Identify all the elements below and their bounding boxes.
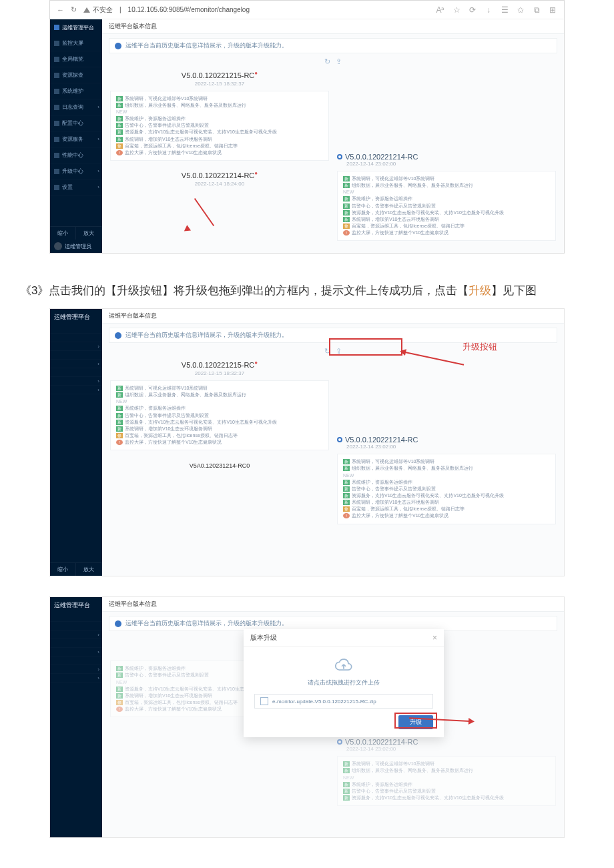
star-icon[interactable]: ☆ [452,5,461,15]
menu-icon [54,169,59,174]
zoom-out-button[interactable]: 缩小 [50,227,76,240]
bottom-version: V5A0.120231214-RC0 [110,462,329,469]
menu-icon [54,153,59,158]
sidebar-item-label: 全局概览 [62,55,83,63]
changelog-main: 运维平台版本信息 运维平台当前历史版本信息详情展示，升级的版本升级能力。 新系统… [102,597,564,837]
menu-icon [54,185,59,190]
sidebar-item[interactable] [50,674,102,683]
version-card: 新系统调研，可视化运维部等V10系统调研 新组织数据，展示业务服务、网络服务、服… [337,454,556,524]
sidebar: 运维管理平台 [50,597,102,837]
upload-upgrade-icon[interactable]: ⇪ [336,57,342,66]
sidebar-item[interactable] [50,665,102,674]
sidebar-item-perf[interactable]: 性能中心 [50,147,102,163]
version-title-right: V5.0.0.120221214-RC [337,153,556,161]
annotation-label: 升级按钮 [463,341,497,353]
insecure-badge: 不安全 [83,5,113,15]
upload-hint[interactable]: 请点击或拖拽进行文件上传 [254,679,433,687]
version-card: 新系统调研，可视化运维部等V10系统调研 新组织数据，展示业务服务、网络服务、服… [337,171,556,241]
step-number: 《3》 [20,284,49,297]
sidebar: 运维管理平台 缩小放大 [50,309,102,576]
sync-icon[interactable]: ⟳ [468,5,477,15]
menu-icon [54,89,59,94]
zoom-out-button[interactable]: 缩小 [50,563,76,576]
sidebar-item[interactable] [50,657,102,665]
instruction-paragraph: 《3》点击我们的【升级按钮】将升级包拖到弹出的方框内，提示文件上传成功后，点击【… [20,280,594,302]
sidebar-item[interactable] [50,630,102,639]
sidebar-item[interactable] [50,334,102,342]
sidebar: 运维管理平台 监控大屏 全局概览 资源探查 系统维护 日志查询 配置中心 资源服… [50,19,102,253]
sidebar-item-dashboard[interactable]: 监控大屏 [50,35,102,51]
sidebar-item[interactable] [50,368,102,377]
sidebar-item[interactable] [50,360,102,368]
tag-new: 新 [116,103,123,108]
reload-icon[interactable]: ↻ [71,5,77,14]
sidebar-item-upgrade[interactable]: 升级中心 [50,163,102,179]
changelog-main: 运维平台版本信息 运维平台当前历史版本信息详情展示，升级的版本升级能力。 ↻ ⇪… [102,19,564,253]
version-date: 2022-12-14 18:24:00 [110,181,329,187]
sidebar-item[interactable] [50,351,102,360]
tag-new: 新 [116,123,123,128]
menu-icon [54,41,59,46]
sidebar-item[interactable] [50,342,102,351]
version-date: 2022-12-14 23:02:00 [337,161,556,167]
version-date: 2022-12-15 18:32:37 [110,81,329,87]
user-name: 运维管理员 [65,243,91,250]
sidebar-item[interactable] [50,622,102,630]
info-banner: 运维平台当前历史版本信息详情展示，升级的版本升级能力。 [109,38,557,53]
product-name: 运维管理平台 [54,313,90,322]
collections-icon[interactable]: ⧉ [532,5,541,15]
product-logo-icon [54,25,59,30]
back-icon[interactable]: ← [57,6,64,14]
tag-new: 新 [116,129,123,135]
tag-warn-icon: ! [116,150,123,155]
upload-upgrade-icon[interactable]: ⇪ [336,347,342,356]
sidebar-item-maint[interactable]: 系统维护 [50,83,102,99]
url-text[interactable]: 10.12.105.60:9085/#/emonitor/changelog [128,6,250,13]
sidebar-user[interactable]: 运维管理员 [50,240,102,253]
product-name: 运维管理平台 [62,24,94,31]
close-icon[interactable]: × [432,633,437,642]
screenshot-annotated: 运维管理平台 缩小放大 运维平台版本信息 运维平台当前历史版本信息详情展示，升级… [49,308,565,576]
menu-icon [54,73,59,78]
tag-new: 新 [116,116,123,121]
sidebar-item-label: 监控大屏 [62,39,83,47]
apps-icon[interactable]: ⊞ [548,5,557,15]
page-title: 运维平台版本信息 [102,597,564,612]
page-title: 运维平台版本信息 [102,19,564,34]
sidebar-item-label: 配置中心 [62,119,83,127]
sidebar-item[interactable] [50,613,102,622]
zoom-in-button[interactable]: 放大 [76,227,102,240]
selected-file[interactable]: e-monitor-update-V5.0.0.120221215-RC.zip [254,694,433,709]
sidebar-item-settings[interactable]: 设置 [50,179,102,195]
sidebar-item-label: 资源服务 [62,135,83,143]
refresh-icon[interactable]: ↻ [324,57,330,66]
cloud-upload-icon [334,656,353,675]
sidebar-zoom: 缩小 放大 [50,226,102,240]
sidebar-item-probe[interactable]: 资源探查 [50,67,102,83]
sidebar-item[interactable] [50,377,102,386]
download-icon[interactable]: ↓ [484,5,493,15]
sidebar-item[interactable] [50,648,102,657]
version-card: 新系统调研，可视化运维部等V10系统调研 新组织数据，展示业务服务、网络服务、服… [337,756,556,806]
sidebar-item[interactable] [50,386,102,394]
upgrade-modal: 版本升级 × 请点击或拖拽进行文件上传 e-monitor-update- [244,629,444,737]
sidebar-item-resource[interactable]: 资源服务 [50,131,102,147]
sidebar-item[interactable] [50,639,102,648]
sidebar-item-label: 升级中心 [62,167,83,175]
version-title: V5.0.0.120221215-RC● [110,70,329,79]
sidebar-item[interactable] [50,325,102,334]
refresh-icon[interactable]: ↻ [324,347,330,356]
sidebar-item-label: 设置 [62,183,73,191]
timeline-dot-icon [337,154,342,159]
sidebar-item-config[interactable]: 配置中心 [50,115,102,131]
translate-icon[interactable]: Aᵃ [436,5,445,15]
highlighted-term: 升级 [469,284,491,297]
zoom-in-button[interactable]: 放大 [76,563,102,576]
favorites-icon[interactable]: ✩ [516,5,525,15]
sidebar-item-logs[interactable]: 日志查询 [50,99,102,115]
modal-title: 版本升级 [250,633,277,642]
extension-icon[interactable]: ☰ [500,5,509,15]
sidebar-item-overview[interactable]: 全局概览 [50,51,102,67]
insecure-text: 不安全 [93,5,113,15]
screenshot-upgrade-modal: 运维管理平台 运维平台版本信息 运维平台当前历史版本信息详情展示，升级的版本升级… [49,596,565,838]
